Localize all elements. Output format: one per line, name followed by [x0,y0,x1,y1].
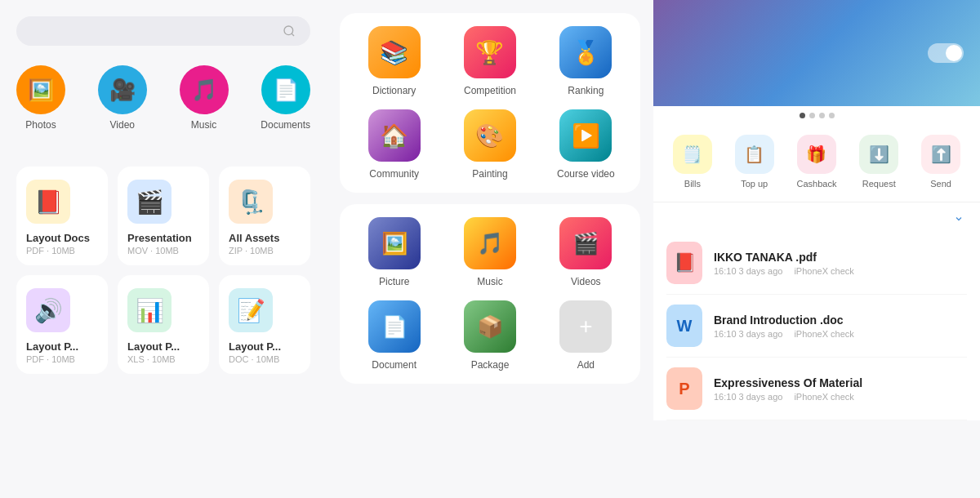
action-item-bills[interactable]: 🗒️ Bills [673,135,712,189]
dot-3[interactable] [819,113,825,118]
history-device-brand-introduction: iPhoneX check [794,329,853,339]
file-card-layout-p4[interactable]: 📝 Layout P... DOC · 10MB [219,275,310,374]
app-item-competition[interactable]: 🏆 Competition [448,26,531,96]
svg-point-0 [284,26,293,35]
app-item-dictionary[interactable]: 📚 Dictionary [353,26,435,96]
file-name-layout-p2: Layout P... [26,340,78,353]
history-name-ikko-tanaka: IKKO TANAKA .pdf [714,251,967,264]
action-item-send[interactable]: ⬆️ Send [921,135,960,189]
app-item-community[interactable]: 🏠 Community [353,109,435,180]
action-label-bills: Bills [684,179,701,189]
file-card-presentation[interactable]: 🎬 Presentation MOV · 10MB [118,167,209,265]
ft-icon-package: 📦 [464,300,516,353]
search-bar[interactable] [16,16,310,46]
file-meta-layout-p2: PDF · 10MB [26,354,75,364]
app-label-painting: Painting [472,168,507,180]
action-item-request[interactable]: ⬇️ Request [859,135,898,189]
app-label-community: Community [369,168,419,180]
middle-panel: 📚 Dictionary 🏆 Competition 🏅 Ranking 🏠 C… [327,0,653,498]
file-meta-all-assets: ZIP · 10MB [229,246,274,256]
app-label-course-video: Course video [557,168,615,180]
file-icon-layout-p4: 📝 [229,288,273,332]
app-label-ranking: Ranking [568,85,604,96]
ft-item-package[interactable]: 📦 Package [448,300,531,371]
history-time-brand-introduction: 16:10 3 days ago [714,329,782,339]
file-name-layout-docs: Layout Docs [26,232,90,244]
ft-label-add: Add [577,359,595,371]
app-icon-community: 🏠 [368,109,421,162]
dot-4[interactable] [829,113,835,118]
quick-item-documents[interactable]: 📄 Documents [261,65,310,131]
action-icon-bills: 🗒️ [673,135,712,174]
history-item-ikko-tanaka[interactable]: 📕 IKKO TANAKA .pdf 16:10 3 days ago iPho… [666,232,967,295]
quick-item-music[interactable]: 🎵 Music [180,65,229,131]
file-meta-presentation: MOV · 10MB [127,246,179,256]
quick-icon-music: 🎵 [180,65,229,114]
app-label-dictionary: Dictionary [372,85,416,96]
left-panel: 🖼️ Photos 🎥 Video 🎵 Music 📄 Documents 📕 … [0,0,327,498]
phone-toggle[interactable] [928,43,964,63]
app-item-painting[interactable]: 🎨 Painting [448,109,531,180]
app-item-course-video[interactable]: ▶️ Course video [545,109,627,180]
history-info-ikko-tanaka: IKKO TANAKA .pdf 16:10 3 days ago iPhone… [714,251,967,276]
dot-2[interactable] [809,113,815,118]
history-header [653,202,980,232]
ft-item-document[interactable]: 📄 Document [353,300,435,371]
dot-1[interactable] [800,113,805,118]
history-name-expressiveness: Expressiveness Of Material [714,376,967,389]
history-item-expressiveness[interactable]: P Expressiveness Of Material 16:10 3 day… [666,358,967,420]
action-icon-cashback: 🎁 [797,135,836,174]
file-meta-layout-docs: PDF · 10MB [26,246,75,256]
file-name-presentation: Presentation [127,232,192,244]
action-item-top-up[interactable]: 📋 Top up [735,135,774,189]
quick-item-photos[interactable]: 🖼️ Photos [16,65,65,131]
app-item-ranking[interactable]: 🏅 Ranking [545,26,627,96]
ft-icon-videos: 🎬 [559,217,612,269]
ft-item-music[interactable]: 🎵 Music [448,217,531,287]
history-time-expressiveness: 16:10 3 days ago [714,392,782,402]
search-icon [283,24,296,38]
quick-label-documents: Documents [261,119,310,131]
ft-label-picture: Picture [379,276,409,287]
action-item-cashback[interactable]: 🎁 Cashback [797,135,837,189]
file-card-layout-p2[interactable]: 🔊 Layout P... PDF · 10MB [16,275,108,374]
action-label-cashback: Cashback [797,179,837,189]
ft-label-videos: Videos [571,276,600,287]
history-info-expressiveness: Expressiveness Of Material 16:10 3 days … [714,376,967,402]
ft-label-music: Music [477,276,502,287]
file-type-grid: 🖼️ Picture 🎵 Music 🎬 Videos 📄 Document 📦… [340,204,640,384]
history-icon-brand-introduction: W [666,305,702,347]
ft-icon-music: 🎵 [464,217,516,269]
quick-icon-photos: 🖼️ [16,65,65,114]
file-icon-all-assets: 🗜️ [229,180,273,224]
file-icon-presentation: 🎬 [127,180,172,224]
action-icon-top-up: 📋 [735,135,774,174]
action-label-request: Request [862,179,896,189]
file-name-layout-p4: Layout P... [229,340,281,353]
file-name-layout-p3: Layout P... [127,340,180,353]
ft-item-picture[interactable]: 🖼️ Picture [353,217,435,287]
history-device-expressiveness: iPhoneX check [794,392,853,402]
quick-access: 🖼️ Photos 🎥 Video 🎵 Music 📄 Documents [16,65,310,131]
ft-item-videos[interactable]: 🎬 Videos [545,217,627,287]
history-icon-ikko-tanaka: 📕 [666,242,702,284]
history-item-brand-introduction[interactable]: W Brand Introduction .doc 16:10 3 days a… [666,295,967,358]
quick-item-video[interactable]: 🎥 Video [98,65,147,131]
file-card-layout-p3[interactable]: 📊 Layout P... XLS · 10MB [118,275,209,374]
right-panel: 🗒️ Bills 📋 Top up 🎁 Cashback ⬇️ Request … [653,0,980,498]
action-icon-request: ⬇️ [859,135,898,174]
app-label-competition: Competition [464,85,516,96]
file-icon-layout-p3: 📊 [127,288,172,332]
file-grid: 📕 Layout Docs PDF · 10MB 🎬 Presentation … [16,167,310,374]
last-week-filter[interactable] [951,214,964,224]
history-device-ikko-tanaka: iPhoneX check [794,266,853,276]
file-name-all-assets: All Assets [229,232,279,244]
action-label-top-up: Top up [741,179,768,189]
file-card-all-assets[interactable]: 🗜️ All Assets ZIP · 10MB [219,167,310,265]
history-info-brand-introduction: Brand Introduction .doc 16:10 3 days ago… [714,313,967,339]
pagination-dots [653,106,980,125]
app-icon-dictionary: 📚 [368,26,421,78]
chevron-down-icon [954,214,964,224]
file-card-layout-docs[interactable]: 📕 Layout Docs PDF · 10MB [16,167,108,265]
ft-item-add[interactable]: + Add [545,300,627,371]
